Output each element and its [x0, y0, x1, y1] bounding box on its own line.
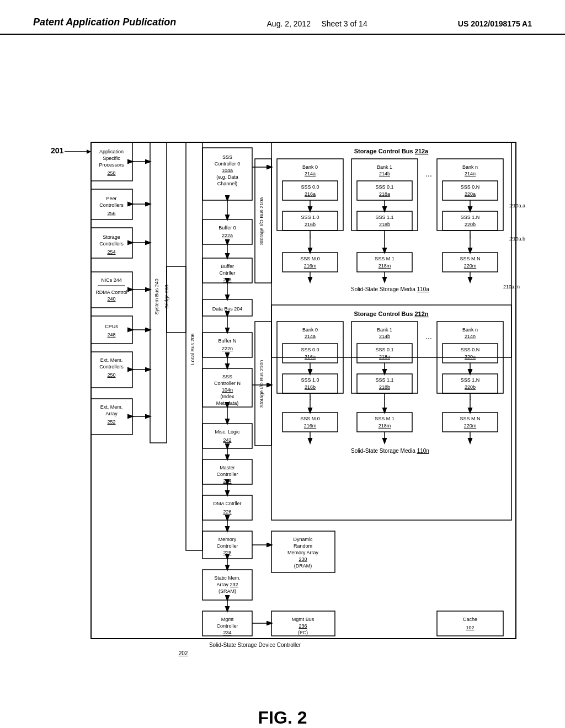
- svg-text:216m: 216m: [304, 263, 317, 269]
- svg-text:SSS: SSS: [222, 374, 232, 379]
- svg-text:SSS M.0: SSS M.0: [300, 416, 320, 421]
- publication-number: US 2012/0198175 A1: [458, 19, 532, 28]
- publication-date: Aug. 2, 2012 Sheet 3 of 14: [267, 19, 367, 28]
- svg-text:216b: 216b: [305, 222, 316, 227]
- svg-text:(DRAM): (DRAM): [294, 563, 312, 569]
- svg-text:SSS 1.N: SSS 1.N: [461, 215, 480, 220]
- svg-text:Mgmt: Mgmt: [221, 617, 234, 622]
- svg-text:216a: 216a: [305, 191, 316, 197]
- svg-text:216b: 216b: [305, 384, 316, 390]
- svg-text:Application: Application: [99, 149, 124, 154]
- svg-text:Buffer 0: Buffer 0: [218, 225, 236, 231]
- svg-rect-78: [202, 424, 252, 448]
- svg-text:Bank n: Bank n: [462, 164, 478, 170]
- svg-text:Bank 1: Bank 1: [377, 164, 392, 170]
- svg-text:SSS 0.1: SSS 0.1: [375, 184, 393, 190]
- svg-text:256: 256: [107, 211, 115, 216]
- svg-text:Array 232: Array 232: [216, 582, 238, 587]
- svg-text:Solid-State Storage Device Con: Solid-State Storage Device Controller: [209, 642, 301, 648]
- svg-text:Local Bus 206: Local Bus 206: [190, 333, 195, 365]
- svg-text:Bank n: Bank n: [462, 327, 478, 333]
- svg-text:Processors: Processors: [99, 162, 124, 168]
- svg-text:210a.m: 210a.m: [503, 284, 520, 290]
- svg-text:(SRAM): (SRAM): [218, 588, 236, 594]
- svg-text:Dynamic: Dynamic: [293, 537, 313, 542]
- svg-text:104a: 104a: [222, 168, 233, 173]
- svg-text:Ext. Mem.: Ext. Mem.: [100, 357, 123, 363]
- svg-text:⋮: ⋮: [308, 233, 313, 239]
- svg-text:224: 224: [223, 478, 231, 484]
- svg-text:SSS 0.N: SSS 0.N: [461, 347, 480, 352]
- svg-text:Specific: Specific: [103, 156, 120, 161]
- svg-text:Storage Control Bus 212a: Storage Control Bus 212a: [354, 148, 429, 154]
- svg-text:240: 240: [107, 296, 115, 302]
- svg-text:Solid-State Storage Media 110a: Solid-State Storage Media 110a: [351, 286, 429, 292]
- svg-text:218b: 218b: [379, 384, 390, 390]
- svg-text:218a: 218a: [379, 191, 390, 197]
- svg-text:220b: 220b: [465, 384, 476, 390]
- svg-text:Controllers: Controllers: [99, 364, 124, 370]
- svg-text:Controller: Controller: [216, 472, 238, 477]
- svg-text:Storage: Storage: [103, 234, 120, 240]
- svg-text:Controllers: Controllers: [99, 241, 124, 247]
- diagram-area: 201 Application Specific Processors 258 …: [0, 35, 565, 728]
- svg-text:SSS 1.1: SSS 1.1: [375, 215, 393, 220]
- svg-rect-117: [437, 611, 503, 636]
- svg-text:220a: 220a: [465, 354, 476, 360]
- svg-rect-55: [202, 220, 252, 244]
- svg-text:236: 236: [299, 623, 307, 629]
- svg-text:(I²C): (I²C): [298, 630, 308, 635]
- svg-text:258: 258: [107, 170, 115, 176]
- svg-text:208: 208: [223, 277, 231, 282]
- svg-text:Storage I/O Bus 210n: Storage I/O Bus 210n: [259, 360, 264, 408]
- svg-text:Controller 0: Controller 0: [215, 161, 241, 167]
- svg-text:DMA Cntrller: DMA Cntrller: [213, 501, 241, 506]
- svg-text:SSS 0.0: SSS 0.0: [301, 347, 319, 352]
- svg-text:···: ···: [425, 334, 432, 342]
- svg-text:Cache: Cache: [463, 617, 477, 622]
- svg-text:104n: 104n: [222, 387, 233, 393]
- page-header: Patent Application Publication Aug. 2, 2…: [0, 0, 565, 35]
- svg-text:Channel): Channel): [217, 181, 238, 186]
- svg-text:Memory Array: Memory Array: [287, 550, 319, 555]
- svg-text:Buffer: Buffer: [221, 264, 234, 269]
- svg-text:Static Mem.: Static Mem.: [214, 575, 241, 581]
- svg-rect-87: [202, 495, 252, 520]
- svg-text:Ext. Mem.: Ext. Mem.: [100, 404, 123, 410]
- svg-text:Random: Random: [294, 543, 312, 549]
- svg-text:(e.g. Data: (e.g. Data: [216, 174, 238, 180]
- svg-text:Array: Array: [105, 411, 118, 416]
- publication-title: Patent Application Publication: [33, 17, 176, 28]
- svg-rect-25: [91, 316, 132, 344]
- svg-text:250: 250: [107, 372, 115, 378]
- svg-text:Cntrller: Cntrller: [219, 270, 235, 276]
- svg-text:SSS M.1: SSS M.1: [375, 256, 395, 261]
- svg-rect-41: [167, 266, 186, 333]
- svg-text:SSS 1.N: SSS 1.N: [461, 377, 480, 383]
- svg-text:Storage I/O Bus 210a: Storage I/O Bus 210a: [259, 197, 264, 245]
- svg-text:Controller: Controller: [216, 623, 238, 629]
- svg-text:Master: Master: [220, 465, 235, 470]
- svg-text:248: 248: [107, 332, 115, 338]
- svg-text:SSS M.N: SSS M.N: [460, 256, 480, 261]
- svg-text:Bridge 238: Bridge 238: [164, 285, 169, 309]
- svg-text:SSS 0.0: SSS 0.0: [301, 184, 319, 190]
- svg-text:Misc. Logic: Misc. Logic: [215, 429, 240, 435]
- svg-text:201: 201: [51, 146, 64, 155]
- svg-text:Controllers: Controllers: [99, 202, 124, 208]
- svg-text:216a: 216a: [305, 354, 316, 360]
- svg-text:214a: 214a: [305, 171, 316, 176]
- svg-text:228: 228: [223, 550, 231, 555]
- svg-text:216m: 216m: [304, 423, 317, 429]
- svg-text:Controller: Controller: [216, 543, 238, 549]
- svg-text:220b: 220b: [465, 222, 476, 227]
- svg-text:218a: 218a: [379, 354, 390, 360]
- svg-text:Bank 0: Bank 0: [302, 164, 318, 170]
- svg-text:Solid-State Storage Media 110n: Solid-State Storage Media 110n: [351, 448, 429, 454]
- svg-text:Metadata): Metadata): [216, 400, 239, 406]
- svg-text:Buffer N: Buffer N: [218, 338, 237, 344]
- svg-text:242: 242: [223, 437, 231, 443]
- svg-text:Storage Control Bus 212n: Storage Control Bus 212n: [354, 311, 428, 317]
- svg-text:Controller N: Controller N: [214, 381, 241, 386]
- svg-text:254: 254: [107, 249, 115, 255]
